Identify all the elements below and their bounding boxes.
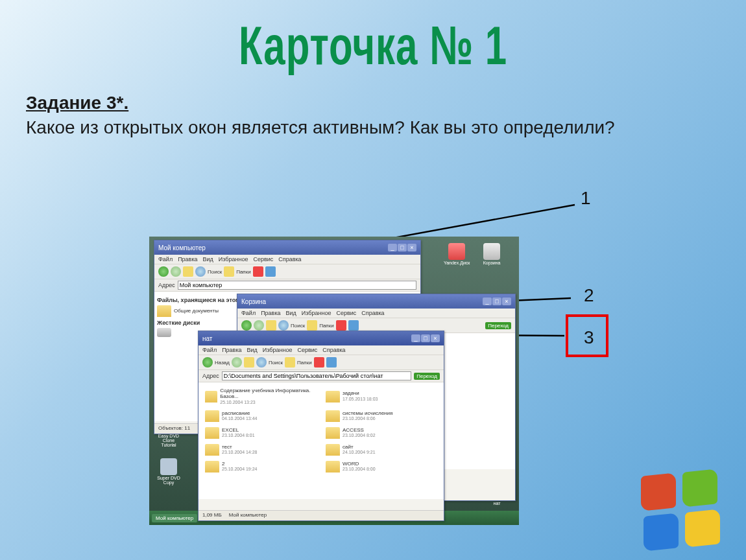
desktop-icon: Super DVD Copy	[156, 458, 182, 485]
address-bar[interactable]: Адрес Переход	[199, 370, 444, 382]
folders-icon[interactable]	[224, 266, 234, 277]
address-input[interactable]	[222, 371, 411, 380]
folder-icon	[205, 461, 219, 472]
task-label: Задание 3*.	[26, 93, 128, 113]
task-text: Какое из открытых окон является активным…	[26, 117, 615, 137]
back-icon[interactable]	[202, 357, 213, 368]
address-input[interactable]	[178, 281, 416, 290]
search-icon[interactable]	[278, 320, 289, 331]
go-button[interactable]: Переход	[485, 322, 511, 329]
window-title: нат	[202, 335, 212, 342]
search-icon[interactable]	[195, 266, 206, 277]
folder-item[interactable]: сайт24.10.2004 9:21	[326, 444, 437, 456]
forward-icon[interactable]	[254, 320, 264, 331]
menu-bar[interactable]: ФайлПравкаВидИзбранноеСервисСправка	[237, 309, 515, 318]
window-body: Содержание учебника Информатика. Базов..…	[199, 382, 444, 499]
window-controls[interactable]: _□×	[482, 298, 511, 305]
menu-bar[interactable]: ФайлПравкаВидИзбранноеСервисСправка	[199, 345, 444, 355]
folder-icon	[205, 444, 219, 456]
desktop-icon: Yandex.Диск	[444, 243, 470, 265]
window-title: Мой компьютер	[158, 244, 206, 251]
status-bar: 1,09 МБ Мой компьютер	[199, 510, 444, 520]
slide-title: Карточка № 1	[0, 0, 746, 77]
folder-item[interactable]: ACCESS23.10.2004 8:02	[326, 427, 437, 439]
delete-icon[interactable]	[314, 357, 324, 368]
folder-item[interactable]: EXCEL23.10.2004 8:01	[205, 427, 317, 439]
up-icon[interactable]	[183, 266, 193, 277]
toolbar[interactable]: Поиск Папки	[154, 264, 420, 279]
folder-icon	[326, 391, 340, 402]
desktop-icon-recycle: Корзина	[479, 243, 505, 265]
window-title: Корзина	[241, 298, 266, 305]
task-block: Задание 3*. Какое из открытых окон являе…	[26, 91, 720, 140]
taskbar-button[interactable]: Мой компьютер	[152, 514, 197, 522]
callout-3: 3	[584, 327, 594, 348]
search-icon[interactable]	[256, 357, 267, 368]
menu-bar[interactable]: ФайлПравкаВидИзбранноеСервисСправка	[154, 255, 420, 264]
folder-item[interactable]: расписание04.10.2004 13:44	[205, 410, 317, 422]
folder-item[interactable]: Содержание учебника Информатика. Базов..…	[205, 388, 317, 405]
windows-logo-icon	[637, 464, 728, 548]
up-icon[interactable]	[266, 320, 276, 331]
folder-icon	[157, 305, 171, 317]
callout-1: 1	[581, 188, 591, 209]
up-icon[interactable]	[244, 357, 254, 368]
undo-icon[interactable]	[326, 357, 337, 368]
undo-icon[interactable]	[348, 320, 359, 331]
forward-icon[interactable]	[171, 266, 181, 277]
delete-icon[interactable]	[253, 266, 263, 277]
window-controls[interactable]: _□×	[387, 244, 416, 251]
address-bar[interactable]: Адрес	[154, 279, 420, 292]
go-button[interactable]: Переход	[414, 373, 440, 380]
titlebar[interactable]: Мой компьютер _□×	[154, 240, 420, 255]
disk-icon	[157, 328, 171, 337]
folder-item[interactable]: тест23.10.2004 14:28	[205, 444, 317, 456]
undo-icon[interactable]	[265, 266, 276, 277]
folder-icon	[326, 444, 340, 456]
embedded-screenshot: Yandex.Диск Корзина Easy DVD Clone Tutor…	[149, 237, 519, 525]
delete-icon[interactable]	[336, 320, 346, 331]
folder-item[interactable]: задачи17.05.2013 18:03	[326, 388, 437, 405]
titlebar-active[interactable]: нат _□×	[199, 331, 444, 345]
folder-icon	[326, 410, 340, 422]
folders-icon[interactable]	[285, 357, 295, 368]
forward-icon[interactable]	[232, 357, 242, 368]
back-icon[interactable]	[241, 320, 252, 331]
callout-2: 2	[584, 285, 594, 306]
folder-item[interactable]: WORD23.10.2004 8:00	[326, 461, 437, 472]
folders-icon[interactable]	[307, 320, 317, 331]
titlebar[interactable]: Корзина _□×	[237, 294, 515, 309]
folder-icon	[205, 427, 219, 439]
toolbar[interactable]: Назад Поиск Папки	[199, 355, 444, 370]
folder-item[interactable]: 225.10.2004 19:24	[205, 461, 317, 472]
folder-icon	[326, 427, 340, 439]
folder-icon	[205, 391, 217, 402]
back-icon[interactable]	[158, 266, 169, 277]
folder-item[interactable]: системы исчисления23.10.2004 8:06	[326, 410, 437, 422]
folder-icon	[205, 410, 219, 422]
window-controls[interactable]: _□×	[411, 334, 440, 342]
window-3-active[interactable]: нат _□× ФайлПравкаВидИзбранноеСервисСпра…	[198, 331, 444, 521]
folder-icon	[326, 461, 340, 472]
